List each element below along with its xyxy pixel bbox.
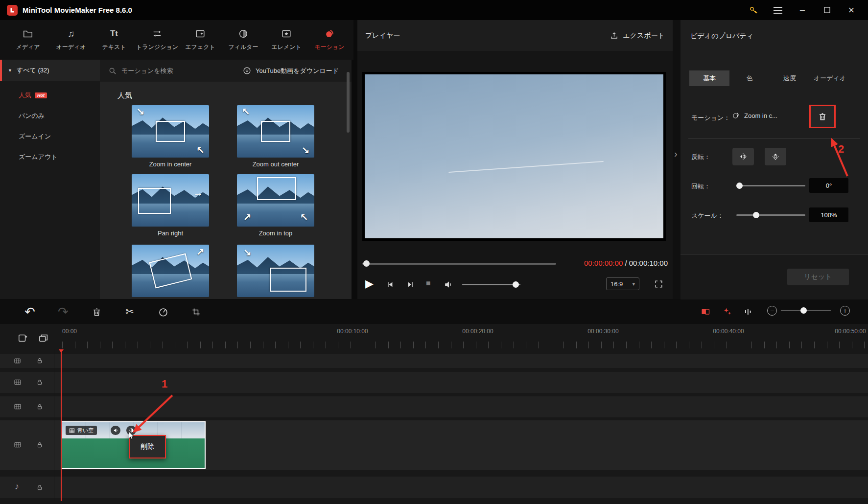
volume-knob[interactable] [513, 281, 519, 288]
main-menu-button[interactable] [768, 0, 788, 20]
tab-filter[interactable]: フィルター [222, 20, 265, 60]
tab-basic[interactable]: 基本 [689, 70, 729, 86]
sidebar-item-zoom-in[interactable]: ズームイン [0, 126, 100, 147]
sidebar-item-label: ズームアウト [19, 153, 58, 161]
speed-button[interactable] [154, 303, 172, 321]
rotation-value-box[interactable]: 0° [809, 178, 848, 193]
seek-bar[interactable] [362, 263, 556, 265]
motion-thumb-zoom-in-center[interactable]: ↘ ↖ [132, 105, 209, 158]
scale-value-box[interactable]: 100% [809, 207, 848, 222]
motion-thumb-pan-right[interactable]: → [132, 174, 209, 227]
contrail [448, 161, 604, 173]
filter-icon [238, 28, 249, 39]
collapse-panel-button[interactable]: › [674, 148, 678, 160]
timeline-zoom-out-button[interactable]: − [767, 306, 777, 316]
tab-text[interactable]: Tt テキスト [93, 20, 136, 60]
motion-thumb[interactable]: ↘ [237, 245, 314, 297]
delete-clip-button[interactable] [88, 303, 105, 321]
register-key-button[interactable] [744, 0, 763, 20]
music-track-row: ♪ [0, 477, 868, 498]
playhead[interactable] [61, 349, 62, 501]
seek-knob[interactable] [363, 260, 370, 267]
next-frame-button[interactable] [406, 280, 415, 289]
maximize-button[interactable] [817, 0, 837, 20]
motion-thumb[interactable]: ↗ [132, 245, 209, 297]
youtube-download-button[interactable]: YouTube動画をダウンロード [243, 67, 352, 75]
play-button[interactable]: ▶ [365, 278, 374, 289]
tab-audio-props[interactable]: オーディオ [810, 70, 850, 86]
scale-slider[interactable] [736, 214, 805, 216]
add-video-track-button[interactable] [18, 333, 28, 344]
export-button[interactable]: エクスポート [610, 31, 665, 40]
motion-search-input[interactable]: モーションを検索 [100, 67, 243, 75]
minimize-button[interactable]: ─ [793, 0, 812, 20]
tab-media[interactable]: メディア [6, 20, 49, 60]
export-icon [610, 31, 618, 40]
music-track-icon: ♪ [15, 482, 19, 491]
tab-label: トランジション [136, 43, 178, 51]
tab-label: 色 [747, 74, 753, 83]
tab-transition[interactable]: トランジション [136, 20, 179, 60]
tab-speed[interactable]: 速度 [770, 70, 810, 86]
split-button[interactable]: ✂ [121, 303, 139, 321]
sidebar-item-pan-only[interactable]: パンのみ [0, 106, 100, 126]
redo-button[interactable]: ↷ [54, 303, 72, 321]
clip-volume-chip[interactable] [111, 426, 120, 435]
track-lock-icon[interactable] [36, 379, 43, 386]
tab-color[interactable]: 色 [729, 70, 770, 86]
tab-motion[interactable]: モーション [308, 20, 351, 60]
tab-effect[interactable]: エフェクト [179, 20, 222, 60]
track-type-film-icon [14, 403, 22, 411]
timeline-ruler[interactable]: 00:00 00:00:10:00 00:00:20:00 00:00:30:0… [0, 324, 868, 349]
motion-delete-button[interactable] [809, 105, 836, 128]
flip-horizontal-button[interactable] [732, 148, 754, 165]
track-lock-icon[interactable] [36, 484, 43, 491]
audio-icon: ♫ [68, 28, 74, 39]
motion-thumb-zoom-out-center[interactable]: ↖ ↘ [237, 105, 314, 158]
tab-label: オーディオ [814, 74, 846, 83]
stop-button[interactable]: ■ [426, 279, 431, 287]
motion-label: Zoom in top [237, 229, 314, 237]
reset-button[interactable]: リセット [787, 269, 849, 285]
search-placeholder: モーションを検索 [121, 67, 173, 75]
motion-indicator-toggle[interactable] [697, 303, 714, 321]
sidebar-item-zoom-out[interactable]: ズームアウト [0, 147, 100, 167]
fullscreen-button[interactable] [654, 279, 663, 289]
track-lock-icon[interactable] [36, 441, 43, 448]
audio-wave-toggle[interactable] [739, 303, 757, 321]
category-group-all[interactable]: ▼ すべて (32) [0, 60, 100, 81]
volume-icon[interactable] [444, 280, 453, 289]
tab-element[interactable]: エレメント [265, 20, 308, 60]
sidebar-item-popular[interactable]: 人気 Hot [0, 85, 100, 106]
context-menu-delete-item[interactable]: 削除 [141, 442, 154, 451]
scale-slider-knob[interactable] [753, 212, 759, 218]
library-scrollbar[interactable] [347, 72, 350, 133]
track-lock-icon[interactable] [36, 403, 43, 410]
overlay-track-row [0, 396, 868, 417]
motion-icon [324, 28, 335, 39]
crop-button[interactable] [187, 303, 205, 321]
rotation-slider-knob[interactable] [736, 183, 743, 189]
timeline-zoom-knob[interactable] [800, 307, 807, 314]
tab-audio[interactable]: ♫ オーディオ [49, 20, 93, 60]
effect-indicator-toggle[interactable] [719, 303, 736, 321]
timeline-zoom-track[interactable] [781, 310, 831, 311]
add-overlay-track-button[interactable] [38, 333, 49, 344]
scale-value: 100% [821, 211, 837, 219]
annotation-step-2: 2 [838, 143, 844, 156]
track-lock-icon[interactable] [36, 357, 43, 364]
media-icon [23, 28, 33, 39]
undo-button[interactable]: ↶ [21, 303, 39, 321]
timeline-zoom-in-button[interactable]: + [840, 306, 850, 316]
video-preview [362, 72, 666, 241]
aspect-ratio-select[interactable]: 16:9 ▾ [606, 277, 639, 290]
tab-label: 基本 [703, 74, 716, 83]
motion-label: Zoom out center [237, 160, 314, 168]
motion-thumb-zoom-in-top[interactable]: ↗ ↖ [237, 174, 314, 227]
rotation-slider[interactable] [736, 185, 805, 186]
previous-frame-button[interactable] [386, 280, 394, 289]
volume-slider[interactable] [462, 284, 520, 285]
search-icon [109, 67, 117, 75]
close-button[interactable]: × [842, 0, 861, 20]
flip-vertical-button[interactable] [765, 148, 786, 165]
